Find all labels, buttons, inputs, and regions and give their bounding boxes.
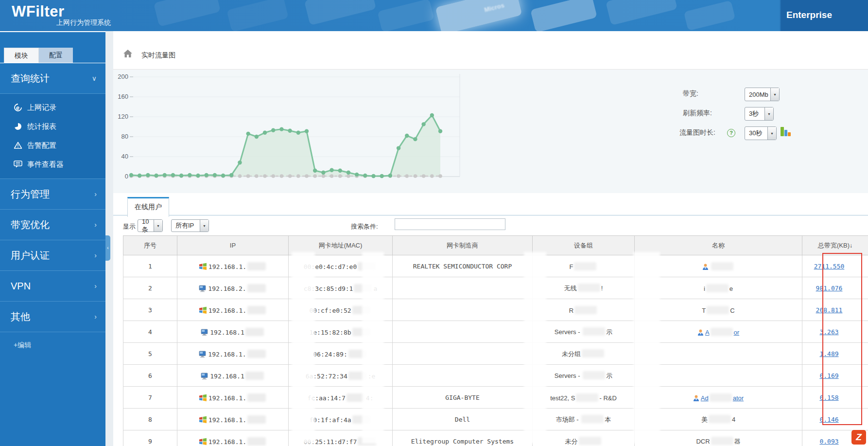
- pc-monitor-icon: [201, 373, 208, 380]
- bandwidth-link[interactable]: 0.146: [819, 416, 838, 423]
- ip-filter-select[interactable]: 所有IP ▼: [171, 219, 209, 232]
- cell-device-group: 市场部 - 本: [533, 409, 635, 430]
- svg-text:40: 40: [122, 153, 128, 160]
- sidebar-collapse-handle[interactable]: ‹: [105, 235, 110, 261]
- censored-text: [710, 393, 732, 402]
- bandwidth-link[interactable]: 0.169: [819, 372, 838, 379]
- col-ip[interactable]: IP: [177, 236, 289, 255]
- user-icon: [702, 264, 709, 270]
- search-input[interactable]: [395, 218, 505, 230]
- sidebar-section-label: 行为管理: [11, 189, 50, 199]
- refresh-rate-select[interactable]: 3秒 ▼: [745, 107, 774, 121]
- bandwidth-link[interactable]: 208.811: [816, 306, 843, 314]
- col-group[interactable]: 设备组: [533, 236, 635, 255]
- sidebar-section-query-stats[interactable]: 查询统计 ∨: [0, 63, 105, 94]
- sidebar-section-bandwidth[interactable]: 带宽优化 ›: [0, 210, 105, 240]
- svg-text:0: 0: [125, 173, 128, 180]
- censored-text: [581, 415, 604, 423]
- bandwidth-link[interactable]: 1.489: [819, 350, 838, 357]
- censored-text: [709, 415, 731, 423]
- user-name-link[interactable]: Adator: [701, 394, 744, 402]
- cell-ip: 192.168.1: [177, 321, 289, 343]
- censored-text: [348, 372, 367, 380]
- chevron-right-icon: ›: [94, 240, 97, 270]
- table-row[interactable]: 6 192.168.1 6a:52:72:34:e Servers - 示 0.…: [123, 365, 868, 387]
- sidebar-edit-link[interactable]: +编辑: [0, 332, 105, 350]
- bandwidth-link[interactable]: 0.093: [819, 438, 838, 445]
- sidebar-tab-modules[interactable]: 模块: [4, 48, 39, 63]
- table-row[interactable]: 3 192.168.1. 00:cf:e0:52 R TC 208.811: [123, 299, 868, 321]
- keyboard-key-decor: [154, 0, 221, 27]
- censored-text: [347, 393, 365, 402]
- keyboard-key-decor: [226, 0, 289, 31]
- sidebar-item-alert-config[interactable]: 告警配置: [0, 136, 105, 155]
- table-row[interactable]: 5 192.168.1. 06:24:89: 未分组 1.489: [123, 343, 868, 365]
- bandwidth-link[interactable]: 981.076: [816, 285, 843, 292]
- col-name[interactable]: 名称: [635, 236, 802, 255]
- bandwidth-label: 带宽:: [683, 89, 698, 98]
- app-header: Micros WFilter 上网行为管理系统 Enterprise: [0, 0, 868, 31]
- cell-name: [635, 343, 802, 365]
- sidebar-submenu: e 上网记录 统计报表 告警配置 事件查看器: [0, 94, 105, 179]
- bandwidth-link[interactable]: 3.263: [819, 328, 838, 336]
- sidebar-tabs: 模块 配置: [0, 32, 105, 63]
- col-index[interactable]: 序号: [123, 236, 177, 255]
- windows-os-icon: [199, 263, 207, 270]
- sidebar-section-label: 用户认证: [11, 250, 50, 261]
- sidebar-section-behavior[interactable]: 行为管理 ›: [0, 179, 105, 210]
- censored-text: [247, 415, 266, 424]
- help-icon[interactable]: ?: [727, 129, 735, 137]
- cell-vendor: Dell: [393, 409, 533, 430]
- user-name-link[interactable]: Aor: [705, 329, 739, 336]
- table-header-row: 序号 IP 网卡地址(MAC) 网卡制造商 设备组 名称 总带宽(KB)↓: [123, 236, 868, 255]
- sidebar-item-event-viewer[interactable]: 事件查看器: [0, 155, 105, 174]
- sidebar-section-auth[interactable]: 用户认证 ›: [0, 240, 105, 271]
- sidebar-section-label: 带宽优化: [11, 219, 50, 230]
- duration-select[interactable]: 30秒 ▼: [745, 126, 777, 140]
- cell-ip: 192.168.1.: [177, 255, 289, 277]
- cell-ip: 192.168.1.: [177, 387, 289, 409]
- bandwidth-link[interactable]: 2711.550: [814, 263, 845, 270]
- sidebar-item-web-records[interactable]: e 上网记录: [0, 98, 105, 117]
- bandwidth-link[interactable]: 0.158: [819, 394, 838, 401]
- tab-online-users[interactable]: 在线用户: [127, 197, 169, 217]
- table-row[interactable]: 8 192.168.1. f0:1f:af:4a Dell 市场部 - 本 美4…: [123, 409, 868, 430]
- edition-label: Enterprise: [786, 10, 832, 20]
- sidebar-tab-config[interactable]: 配置: [39, 48, 73, 63]
- cell-mac: 1e:15:82:8b: [289, 321, 393, 343]
- chevron-down-icon: ▼: [200, 220, 208, 232]
- cell-bandwidth: 0.146: [802, 409, 868, 430]
- chart-type-icon[interactable]: [780, 125, 791, 140]
- cell-mac: 00:e0:4c:d7:e0: [289, 255, 393, 277]
- table-row[interactable]: 7 192.168.1. fc:aa:14:74: GIGA-BYTE test…: [123, 387, 868, 409]
- svg-text:160: 160: [118, 93, 128, 100]
- cell-bandwidth: 0.169: [802, 365, 868, 387]
- page-title: 实时流量图: [141, 51, 175, 60]
- ip-filter-value: 所有IP: [172, 221, 200, 230]
- col-vendor[interactable]: 网卡制造商: [393, 236, 533, 255]
- event-icon: [14, 160, 22, 168]
- sidebar-item-label: 上网记录: [27, 98, 56, 117]
- cell-device-group: Servers - 示: [533, 321, 635, 343]
- sidebar-item-stat-reports[interactable]: 统计报表: [0, 117, 105, 136]
- table-row[interactable]: 4 192.168.1 1e:15:82:8b Servers - 示 Aor …: [123, 321, 868, 343]
- traffic-chart: 04080120160200: [116, 69, 582, 193]
- keyboard-key-decor: [684, 0, 736, 31]
- sidebar-section-other[interactable]: 其他 ›: [0, 302, 105, 332]
- user-name-link[interactable]: [710, 263, 734, 270]
- table-row[interactable]: 2 192.168.2. c8:3c:85:d9:1a 无线! ie 981.0…: [123, 277, 868, 299]
- table-row[interactable]: 1 192.168.1. 00:e0:4c:d7:e0 REALTEK SEMI…: [123, 255, 868, 277]
- bandwidth-select[interactable]: 200Mb ▼: [745, 88, 780, 101]
- table-row[interactable]: 9 192.168.1. 00:25:11:d7:f7 Elitegroup C…: [123, 430, 868, 446]
- page-size-select[interactable]: 10条 ▼: [138, 219, 163, 232]
- cell-index: 5: [123, 343, 177, 365]
- cell-mac: c8:3c:85:d9:1a: [289, 277, 393, 299]
- censored-text: [247, 284, 266, 292]
- sidebar-section-vpn[interactable]: VPN ›: [0, 271, 105, 302]
- col-bandwidth[interactable]: 总带宽(KB)↓: [802, 236, 868, 255]
- keyboard-key-decor: [530, 0, 597, 31]
- col-mac[interactable]: 网卡地址(MAC): [289, 236, 393, 255]
- home-icon[interactable]: [123, 49, 133, 60]
- chevron-down-icon: ▼: [764, 107, 773, 120]
- sidebar-item-label: 统计报表: [27, 117, 56, 136]
